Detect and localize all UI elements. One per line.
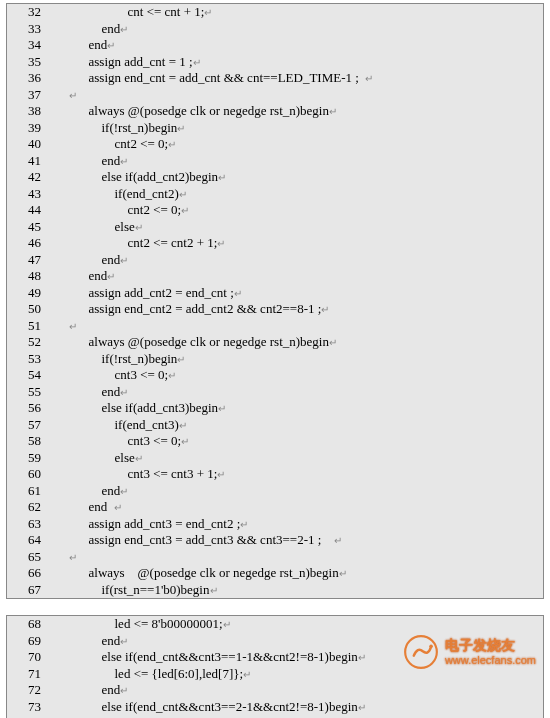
carriage-return-icon: ↵ xyxy=(334,535,342,546)
code-text: if(end_cnt3)↵ xyxy=(43,417,187,434)
code-line: 65 ↵ xyxy=(7,549,543,566)
line-number: 61 xyxy=(7,483,43,499)
line-number: 40 xyxy=(7,136,43,152)
line-number: 73 xyxy=(7,699,43,715)
code-text: end ↵ xyxy=(43,499,122,516)
code-line: 68 led <= 8'b00000001;↵ xyxy=(7,616,543,633)
code-line: 33 end↵ xyxy=(7,21,543,38)
code-line: 41 end↵ xyxy=(7,153,543,170)
code-text: always @(posedge clk or negedge rst_n)be… xyxy=(43,565,347,582)
code-line: 43 if(end_cnt2)↵ xyxy=(7,186,543,203)
carriage-return-icon: ↵ xyxy=(69,552,77,563)
code-text: cnt2 <= cnt2 + 1;↵ xyxy=(43,235,225,252)
code-line: 38 always @(posedge clk or negedge rst_n… xyxy=(7,103,543,120)
code-text: else if(end_cnt&&cnt3==1-1&&cnt2!=8-1)be… xyxy=(43,649,366,666)
carriage-return-icon: ↵ xyxy=(329,337,337,348)
code-text: else↵ xyxy=(43,450,143,467)
line-number: 68 xyxy=(7,616,43,632)
line-number: 44 xyxy=(7,202,43,218)
line-number: 64 xyxy=(7,532,43,548)
line-number: 56 xyxy=(7,400,43,416)
carriage-return-icon: ↵ xyxy=(234,288,242,299)
line-number: 70 xyxy=(7,649,43,665)
carriage-return-icon: ↵ xyxy=(240,519,248,530)
code-text: cnt3 <= cnt3 + 1;↵ xyxy=(43,466,225,483)
code-line: 58 cnt3 <= 0;↵ xyxy=(7,433,543,450)
line-number: 67 xyxy=(7,582,43,598)
code-line: 35 assign add_cnt = 1 ;↵ xyxy=(7,54,543,71)
code-line: 39 if(!rst_n)begin↵ xyxy=(7,120,543,137)
code-line: 49 assign add_cnt2 = end_cnt ;↵ xyxy=(7,285,543,302)
code-line: 44 cnt2 <= 0;↵ xyxy=(7,202,543,219)
carriage-return-icon: ↵ xyxy=(204,7,212,18)
code-line: 32 cnt <= cnt + 1;↵ xyxy=(7,4,543,21)
line-number: 62 xyxy=(7,499,43,515)
carriage-return-icon: ↵ xyxy=(339,568,347,579)
code-line: 57 if(end_cnt3)↵ xyxy=(7,417,543,434)
line-number: 65 xyxy=(7,549,43,565)
carriage-return-icon: ↵ xyxy=(120,636,128,647)
svg-point-1 xyxy=(429,644,433,648)
code-text: assign end_cnt2 = add_cnt2 && cnt2==8-1 … xyxy=(43,301,329,318)
carriage-return-icon: ↵ xyxy=(358,652,366,663)
carriage-return-icon: ↵ xyxy=(120,24,128,35)
carriage-return-icon: ↵ xyxy=(69,90,77,101)
carriage-return-icon: ↵ xyxy=(69,321,77,332)
code-text: end↵ xyxy=(43,37,115,54)
line-number: 66 xyxy=(7,565,43,581)
code-line: 72 end↵ xyxy=(7,682,543,699)
code-line: 42 else if(add_cnt2)begin↵ xyxy=(7,169,543,186)
carriage-return-icon: ↵ xyxy=(107,40,115,51)
line-number: 57 xyxy=(7,417,43,433)
code-line: 61 end↵ xyxy=(7,483,543,500)
line-number: 36 xyxy=(7,70,43,86)
watermark-logo: 电子发烧友 www.elecfans.com xyxy=(403,634,536,670)
line-number: 49 xyxy=(7,285,43,301)
code-text: if(!rst_n)begin↵ xyxy=(43,351,185,368)
code-line: 51 ↵ xyxy=(7,318,543,335)
code-line: 60 cnt3 <= cnt3 + 1;↵ xyxy=(7,466,543,483)
code-text: else if(add_cnt3)begin↵ xyxy=(43,400,226,417)
code-line: 53 if(!rst_n)begin↵ xyxy=(7,351,543,368)
code-line: 62 end ↵ xyxy=(7,499,543,516)
code-line: 66 always @(posedge clk or negedge rst_n… xyxy=(7,565,543,582)
carriage-return-icon: ↵ xyxy=(193,57,201,68)
line-number: 71 xyxy=(7,666,43,682)
code-line: 55 end↵ xyxy=(7,384,543,401)
code-text: assign add_cnt = 1 ;↵ xyxy=(43,54,201,71)
carriage-return-icon: ↵ xyxy=(218,172,226,183)
carriage-return-icon: ↵ xyxy=(177,123,185,134)
carriage-return-icon: ↵ xyxy=(120,486,128,497)
svg-point-0 xyxy=(405,636,437,668)
line-number: 48 xyxy=(7,268,43,284)
carriage-return-icon: ↵ xyxy=(181,436,189,447)
carriage-return-icon: ↵ xyxy=(210,585,218,596)
line-number: 60 xyxy=(7,466,43,482)
code-text: assign end_cnt = add_cnt && cnt==LED_TIM… xyxy=(43,70,373,87)
code-line: 50 assign end_cnt2 = add_cnt2 && cnt2==8… xyxy=(7,301,543,318)
line-number: 59 xyxy=(7,450,43,466)
carriage-return-icon: ↵ xyxy=(168,370,176,381)
carriage-return-icon: ↵ xyxy=(135,222,143,233)
watermark-url: www.elecfans.com xyxy=(445,654,536,666)
code-text: assign add_cnt2 = end_cnt ;↵ xyxy=(43,285,242,302)
carriage-return-icon: ↵ xyxy=(114,502,122,513)
carriage-return-icon: ↵ xyxy=(120,156,128,167)
code-text: if(rst_n==1'b0)begin↵ xyxy=(43,582,218,599)
code-text: ↵ xyxy=(43,549,77,566)
code-line: 67 if(rst_n==1'b0)begin↵ xyxy=(7,582,543,599)
code-line: 63 assign add_cnt3 = end_cnt2 ;↵ xyxy=(7,516,543,533)
carriage-return-icon: ↵ xyxy=(107,271,115,282)
code-line: 56 else if(add_cnt3)begin↵ xyxy=(7,400,543,417)
line-number: 47 xyxy=(7,252,43,268)
code-text: end↵ xyxy=(43,633,128,650)
code-line: 40 cnt2 <= 0;↵ xyxy=(7,136,543,153)
code-line: 52 always @(posedge clk or negedge rst_n… xyxy=(7,334,543,351)
code-text: cnt2 <= 0;↵ xyxy=(43,202,189,219)
carriage-return-icon: ↵ xyxy=(321,304,329,315)
carriage-return-icon: ↵ xyxy=(179,420,187,431)
code-text: end↵ xyxy=(43,252,128,269)
code-text: always @(posedge clk or negedge rst_n)be… xyxy=(43,103,337,120)
code-text: cnt3 <= 0;↵ xyxy=(43,433,189,450)
carriage-return-icon: ↵ xyxy=(329,106,337,117)
